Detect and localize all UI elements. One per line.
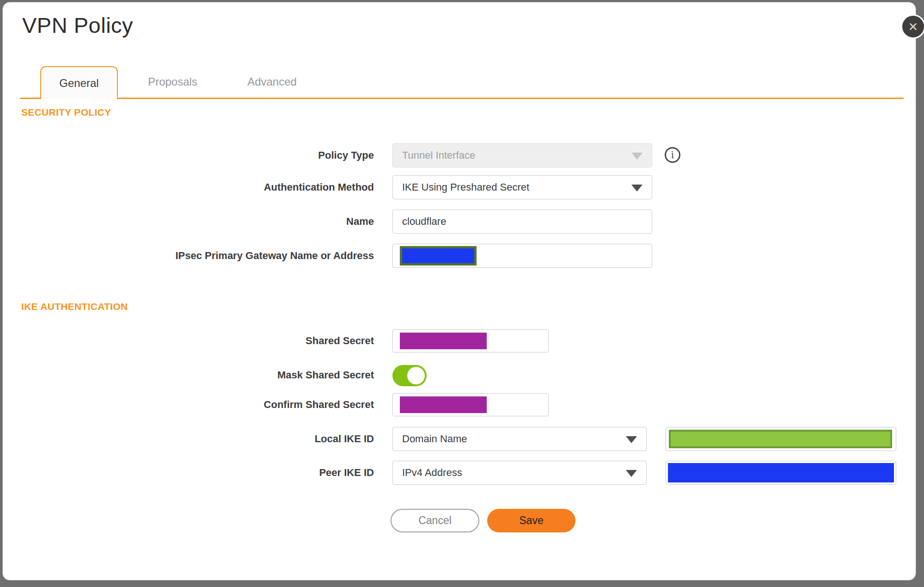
tab-general-label: General bbox=[59, 77, 98, 90]
section-security-policy: SECURITY POLICY bbox=[21, 107, 111, 118]
tab-proposals-label: Proposals bbox=[148, 75, 197, 88]
local-ike-id-redaction-overlay bbox=[669, 430, 892, 448]
confirm-shared-secret-label: Confirm Shared Secret bbox=[16, 393, 374, 416]
screen-background: VPN Policy General Proposals Advanced SE… bbox=[0, 0, 924, 587]
peer-ike-id-type-value: IPv4 Address bbox=[402, 467, 462, 479]
vpn-policy-dialog: VPN Policy General Proposals Advanced SE… bbox=[2, 2, 916, 581]
chevron-down-icon bbox=[626, 470, 637, 477]
authentication-method-select[interactable]: IKE Using Preshared Secret bbox=[392, 175, 652, 199]
gateway-label: IPsec Primary Gateway Name or Address bbox=[16, 244, 374, 268]
cancel-button[interactable]: Cancel bbox=[391, 509, 479, 532]
shared-secret-redaction-overlay bbox=[400, 333, 487, 349]
peer-ike-id-redaction-overlay bbox=[668, 463, 894, 482]
peer-ike-id-label: Peer IKE ID bbox=[16, 461, 374, 485]
chevron-down-icon bbox=[631, 185, 643, 192]
authentication-method-label: Authentication Method bbox=[16, 175, 374, 199]
page-title: VPN Policy bbox=[22, 12, 133, 38]
close-button[interactable]: ✕ bbox=[901, 14, 924, 39]
policy-type-select: Tunnel Interface bbox=[392, 143, 652, 167]
tab-proposals[interactable]: Proposals bbox=[132, 66, 213, 98]
section-ike-authentication: IKE AUTHENTICATION bbox=[21, 301, 128, 312]
chevron-down-icon bbox=[626, 436, 637, 443]
close-icon: ✕ bbox=[908, 21, 918, 33]
name-input[interactable] bbox=[392, 210, 652, 234]
authentication-method-value: IKE Using Preshared Secret bbox=[402, 181, 529, 193]
confirm-shared-secret-input[interactable] bbox=[392, 393, 549, 416]
mask-shared-secret-label: Mask Shared Secret bbox=[16, 364, 374, 387]
gateway-input[interactable] bbox=[392, 244, 652, 268]
save-button[interactable]: Save bbox=[487, 509, 575, 532]
policy-type-label: Policy Type bbox=[16, 143, 374, 167]
shared-secret-input[interactable] bbox=[392, 329, 549, 352]
local-ike-id-select[interactable]: Domain Name bbox=[392, 427, 647, 451]
mask-shared-secret-toggle[interactable] bbox=[392, 365, 427, 386]
peer-ike-id-select[interactable]: IPv4 Address bbox=[392, 461, 647, 485]
tab-underline bbox=[20, 98, 904, 99]
local-ike-id-type-value: Domain Name bbox=[402, 433, 467, 445]
tab-advanced[interactable]: Advanced bbox=[232, 66, 312, 98]
policy-type-value: Tunnel Interface bbox=[402, 149, 475, 161]
tab-general[interactable]: General bbox=[40, 66, 118, 99]
chevron-down-icon bbox=[631, 153, 643, 160]
local-ike-id-value-input[interactable] bbox=[666, 427, 896, 451]
peer-ike-id-value-input[interactable] bbox=[666, 461, 896, 485]
toggle-knob bbox=[407, 367, 425, 384]
confirm-shared-secret-redaction-overlay bbox=[400, 396, 487, 413]
shared-secret-label: Shared Secret bbox=[16, 329, 374, 352]
local-ike-id-label: Local IKE ID bbox=[16, 427, 374, 451]
gateway-redaction-overlay bbox=[400, 246, 477, 266]
info-icon[interactable]: i bbox=[665, 147, 680, 163]
tab-advanced-label: Advanced bbox=[247, 75, 297, 88]
name-label: Name bbox=[16, 210, 374, 234]
